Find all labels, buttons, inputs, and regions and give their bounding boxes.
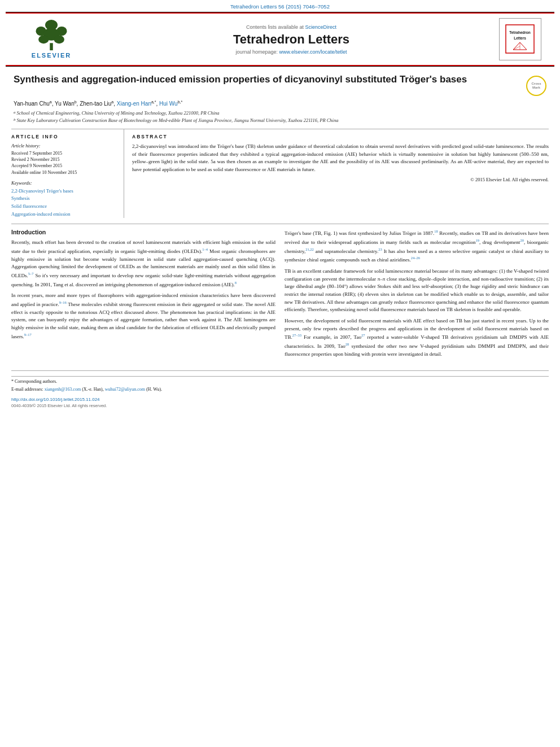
keywords-section: Keywords: 2,2-Dicyanovinyl Tröger's base…: [11, 180, 118, 218]
sciencedirect-link[interactable]: ScienceDirect: [305, 24, 337, 30]
elsevier-logo: ELSEVIER: [29, 20, 74, 59]
sciencedirect-line: Contents lists available at ScienceDirec…: [94, 24, 489, 30]
cite-18[interactable]: 18: [434, 229, 438, 233]
doi-link[interactable]: http://dx.doi.org/10.1016/j.tetlet.2015.…: [11, 397, 100, 402]
affiliation-2: b State Key Laboratory Cultivation Const…: [14, 117, 546, 124]
author-1-sup: a: [50, 100, 52, 104]
affil-1-text: School of Chemical Engineering, China Un…: [17, 110, 220, 117]
cite-23[interactable]: 23: [378, 247, 382, 251]
author-2-sup: b: [75, 100, 77, 104]
author-5-sup: b,*: [178, 100, 183, 104]
corresponding-authors-label: * Corresponding authors.: [11, 379, 57, 384]
contents-available-label: Contents lists available at: [246, 24, 304, 30]
elsevier-tree-icon: [29, 20, 74, 51]
author-3-sup: a: [111, 100, 113, 104]
author-4[interactable]: Xiang-en Han: [117, 101, 151, 107]
article-footer: * Corresponding authors. E-mail addresse…: [11, 370, 549, 408]
homepage-link[interactable]: www.elsevier.com/locate/tetlet: [279, 49, 347, 55]
received-date: Received 7 September 2015: [11, 150, 118, 156]
affil-1-sup: a: [14, 110, 16, 117]
email-wu-person-text: (H. Wu).: [146, 387, 162, 392]
cite-20[interactable]: 20: [520, 238, 524, 242]
journal-logo-area: Tetrahedron Letters: [495, 18, 545, 60]
journal-reference-text: Tetrahedron Letters 56 (2015) 7046–7052: [230, 3, 330, 10]
body-paragraph-5: However, the development of solid fluore…: [285, 317, 549, 358]
affil-2-sup: b: [14, 117, 16, 124]
cite-5-7[interactable]: 5–7: [28, 272, 34, 276]
article-title: Synthesis and aggregation-induced emissi…: [14, 73, 519, 86]
abstract-header: ABSTRACT: [132, 134, 549, 139]
affiliations: a School of Chemical Engineering, China …: [14, 110, 546, 124]
svg-point-5: [38, 36, 49, 44]
author-4-sup: a,*: [151, 100, 156, 104]
journal-reference-bar: Tetrahedron Letters 56 (2015) 7046–7052: [0, 0, 560, 12]
body-section: Introduction Recently, much effort has b…: [11, 224, 549, 361]
article-info-header: ARTICLE INFO: [11, 134, 118, 139]
available-online-date: Available online 10 November 2015: [11, 169, 118, 176]
copyright-line: © 2015 Elsevier Ltd. All rights reserved…: [132, 177, 549, 182]
doi-line: http://dx.doi.org/10.1016/j.tetlet.2015.…: [11, 397, 549, 402]
body-left-column: Introduction Recently, much effort has b…: [11, 229, 275, 361]
footer-divider: [11, 376, 549, 377]
abstract-column: ABSTRACT 2,2-dicyanovinyl was introduced…: [132, 129, 549, 218]
affil-2-text: State Key Laboratory Cultivation Constru…: [17, 117, 339, 124]
body-paragraph-2: In recent years, more and more types of …: [11, 292, 275, 340]
journal-logo-icon: Tetrahedron Letters: [503, 24, 537, 55]
cite-24-26[interactable]: 24–26: [411, 256, 420, 260]
body-right-column: Tröger's base (TB, Fig. 1) was first syn…: [285, 229, 549, 361]
info-abstract-section: ARTICLE INFO Article history: Received 7…: [11, 129, 549, 218]
keyword-4[interactable]: Aggregation-induced emission: [11, 211, 118, 219]
journal-logo-box: Tetrahedron Letters: [499, 18, 541, 60]
author-1: Yan-huan Chu: [14, 101, 50, 107]
author-5[interactable]: Hui Wu: [159, 101, 178, 107]
keyword-1[interactable]: 2,2-Dicyanovinyl Tröger's bases: [11, 187, 118, 195]
elsevier-wordmark: ELSEVIER: [32, 52, 71, 59]
page-container: Tetrahedron Letters 56 (2015) 7046–7052 …: [0, 0, 560, 415]
svg-text:Letters: Letters: [514, 36, 526, 40]
article-info-column: ARTICLE INFO Article history: Received 7…: [11, 129, 124, 218]
body-paragraph-3: Tröger's base (TB, Fig. 1) was first syn…: [285, 229, 549, 264]
journal-homepage: journal homepage: www.elsevier.com/locat…: [94, 49, 489, 55]
authors-line: Yan-huan Chua, Yu Wanb, Zhen-tao Liua, X…: [14, 99, 546, 108]
article-title-section: Synthesis and aggregation-induced emissi…: [11, 73, 549, 96]
author-3: Zhen-tao Liu: [80, 101, 111, 107]
accepted-date: Accepted 9 November 2015: [11, 163, 118, 169]
email-han-person-text: (X.-e. Han),: [82, 387, 104, 392]
cite-27-33[interactable]: 27–33: [292, 333, 301, 337]
cite-19[interactable]: 19: [476, 238, 480, 242]
svg-rect-0: [50, 43, 53, 50]
article-content: Synthesis and aggregation-induced emissi…: [0, 67, 560, 415]
article-history: Article history: Received 7 September 20…: [11, 143, 118, 176]
body-right-text: Tröger's base (TB, Fig. 1) was first syn…: [285, 229, 549, 358]
revised-date: Revised 2 November 2015: [11, 156, 118, 163]
email-han-address[interactable]: xiangenh@163.com: [45, 387, 81, 392]
corresponding-authors-note: * Corresponding authors.: [11, 378, 549, 385]
introduction-title: Introduction: [11, 229, 275, 235]
keyword-3[interactable]: Solid fluorescence: [11, 203, 118, 211]
homepage-label-text: journal homepage:: [235, 49, 279, 55]
email-wu-address[interactable]: wuhui72@aliyun.com: [105, 387, 145, 392]
affiliation-1: a School of Chemical Engineering, China …: [14, 110, 546, 117]
cite-9-16[interactable]: 9–16: [59, 300, 67, 304]
svg-point-6: [54, 36, 64, 44]
body-left-text: Recently, much effort has been devoted t…: [11, 239, 275, 340]
cite-28[interactable]: 28: [345, 342, 349, 346]
keyword-2[interactable]: Synthesis: [11, 195, 118, 203]
cite-21-22[interactable]: 21,22: [305, 247, 314, 251]
cite-9-17[interactable]: 9–17: [24, 333, 32, 337]
journal-title: Tetrahedron Letters: [94, 32, 489, 47]
crossmark-icon: CrossMark: [526, 76, 546, 96]
abstract-text: 2,2-dicyanovinyl was introduced into the…: [132, 143, 549, 173]
cite-8[interactable]: 8: [235, 281, 237, 285]
cite-1-4[interactable]: 1–4: [202, 247, 208, 251]
cite-27[interactable]: 27: [361, 333, 365, 337]
journal-info-center: Contents lists available at ScienceDirec…: [88, 24, 495, 55]
keywords-label: Keywords:: [11, 180, 118, 186]
crossmark-badge[interactable]: CrossMark: [526, 76, 546, 96]
email-addresses-line: E-mail addresses: xiangenh@163.com (X.-e…: [11, 386, 549, 392]
author-2: Yu Wan: [55, 101, 75, 107]
email-label: E-mail addresses:: [11, 387, 43, 392]
journal-header: ELSEVIER Contents lists available at Sci…: [6, 12, 554, 66]
history-label: Article history:: [11, 143, 118, 148]
body-paragraph-1: Recently, much effort has been devoted t…: [11, 239, 275, 289]
